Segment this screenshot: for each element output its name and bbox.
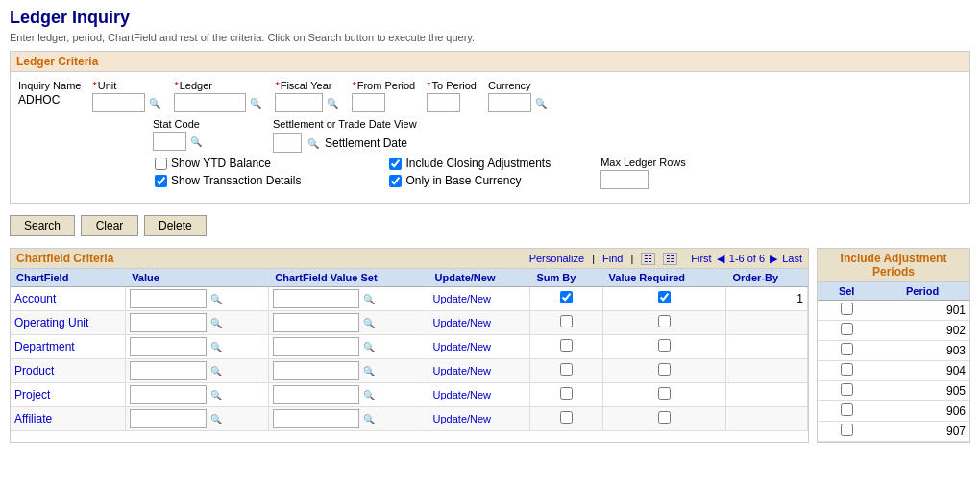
to-period-input[interactable]: 12 [427,93,460,112]
adj-table-row: 907 [818,422,969,442]
only-base-checkbox[interactable] [389,175,402,187]
chartfield-value-input[interactable] [130,409,207,428]
col-value-set: ChartField Value Set [269,269,429,287]
value-required-cell [602,359,726,383]
from-period-input[interactable]: 1 [352,93,385,112]
value-required-checkbox[interactable] [658,315,671,327]
value-set-lookup-icon[interactable] [361,411,377,426]
stat-code-lookup-icon[interactable] [188,133,204,149]
value-set-lookup-icon[interactable] [361,339,377,354]
value-set-input[interactable] [273,337,359,356]
adj-table-row: 906 [818,401,969,422]
fiscal-year-label: Fiscal Year [275,80,340,91]
adj-period-cell: 905 [875,381,969,401]
value-required-checkbox[interactable] [658,411,671,424]
adj-sel-checkbox[interactable] [841,323,853,335]
personalize-link[interactable]: Personalize [529,253,584,264]
chartfield-value-cell [126,287,269,311]
chartfield-value-input[interactable] [130,361,207,380]
value-lookup-icon[interactable] [208,315,224,330]
sum-by-checkbox[interactable] [560,387,573,400]
nav-first[interactable]: First [691,253,711,264]
delete-button[interactable]: Delete [144,215,207,236]
currency-input[interactable]: USD [488,93,531,112]
update-new-cell: Update/New [429,311,530,335]
adj-sel-checkbox[interactable] [841,343,853,355]
value-lookup-icon[interactable] [208,363,224,378]
value-set-cell [269,383,429,407]
value-set-input[interactable] [273,289,359,308]
adj-sel-checkbox[interactable] [841,403,853,416]
fiscal-year-lookup-icon[interactable] [325,95,340,110]
chartfield-value-input[interactable] [130,313,207,332]
adj-sel-checkbox[interactable] [841,303,853,315]
value-required-checkbox[interactable] [658,363,671,376]
unit-lookup-icon[interactable] [147,95,162,110]
value-lookup-icon[interactable] [208,339,224,354]
value-set-lookup-icon[interactable] [361,291,377,306]
max-ledger-input[interactable]: 100 [600,170,649,189]
view-icon-1[interactable]: ☷ [641,253,655,265]
search-button[interactable]: Search [10,215,75,236]
adj-sel-checkbox[interactable] [841,383,853,396]
sum-by-checkbox[interactable] [560,363,573,376]
nav-next-icon[interactable]: ▶ [770,253,777,264]
value-set-lookup-icon[interactable] [361,387,377,402]
update-new-link[interactable]: Update/New [433,365,492,376]
col-orderby: Order-By [726,269,808,287]
ledger-input[interactable]: LOCAL [174,93,246,112]
sum-by-checkbox[interactable] [560,411,573,424]
update-new-cell: Update/New [429,359,530,383]
chartfield-name: Project [11,383,126,407]
value-set-input[interactable] [273,409,359,428]
value-set-input[interactable] [273,313,359,332]
adj-col-sel: Sel [818,282,875,301]
unit-input[interactable]: US001 [92,93,145,112]
value-set-lookup-icon[interactable] [361,363,377,378]
update-new-cell: Update/New [429,383,530,407]
value-required-checkbox[interactable] [658,291,671,303]
show-ytd-label: Show YTD Balance [171,157,271,170]
stat-code-input[interactable] [153,132,186,151]
fiscal-year-input[interactable]: 2012 [275,93,323,112]
value-lookup-icon[interactable] [208,411,224,426]
value-set-lookup-icon[interactable] [361,315,377,330]
settlement-input[interactable]: 2 [273,133,302,153]
to-period-group: To Period 12 [427,80,477,112]
chartfield-value-input[interactable] [130,337,207,356]
show-transaction-checkbox[interactable] [155,175,167,187]
value-required-checkbox[interactable] [658,387,671,400]
sum-by-checkbox[interactable] [560,291,573,303]
show-ytd-checkbox[interactable] [155,158,167,170]
nav-prev-icon[interactable]: ◀ [717,253,724,264]
settlement-lookup-icon[interactable] [306,135,321,151]
clear-button[interactable]: Clear [81,215,138,236]
adjustment-section: Include Adjustment Periods Sel Period 90… [817,248,970,443]
value-required-checkbox[interactable] [658,339,671,352]
sum-by-cell [530,383,602,407]
chartfield-value-input[interactable] [130,289,207,308]
include-closing-checkbox[interactable] [389,158,402,170]
adj-sel-checkbox[interactable] [841,363,853,376]
update-new-link[interactable]: Update/New [433,389,492,400]
update-new-link[interactable]: Update/New [433,293,492,304]
value-lookup-icon[interactable] [208,387,224,402]
settlement-label: Settlement or Trade Date View [273,118,417,130]
update-new-link[interactable]: Update/New [433,413,492,424]
value-set-input[interactable] [273,385,359,404]
view-icon-2[interactable]: ☷ [663,253,677,265]
update-new-link[interactable]: Update/New [433,341,492,352]
value-lookup-icon[interactable] [208,291,224,306]
find-link[interactable]: Find [602,253,623,264]
currency-lookup-icon[interactable] [533,95,549,110]
adj-table-row: 904 [818,361,969,381]
nav-last[interactable]: Last [782,253,802,264]
sum-by-checkbox[interactable] [560,315,573,327]
value-set-input[interactable] [273,361,359,380]
chartfield-value-input[interactable] [130,385,207,404]
adj-sel-checkbox[interactable] [841,424,853,436]
chartfield-name: Affiliate [11,407,126,431]
update-new-link[interactable]: Update/New [433,317,492,328]
sum-by-checkbox[interactable] [560,339,573,352]
ledger-lookup-icon[interactable] [248,95,263,110]
